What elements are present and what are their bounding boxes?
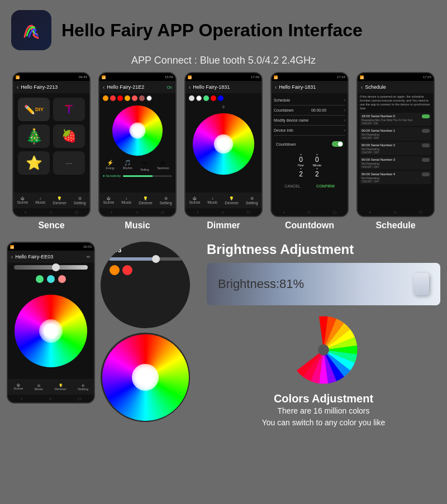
page-title: Hello Fairy APP Operation Interface: [61, 20, 363, 41]
brightness-value: Brightness:81%: [218, 277, 304, 291]
header: Hello Fairy APP Operation Interface: [0, 0, 447, 55]
schedule-phone-wrapper: 📶17:25 ‹ Schedule If the device is power…: [354, 72, 437, 231]
scene-navbar: ‹○□: [13, 208, 89, 216]
countdown-phone-wrapper: 📶17:34 ‹ Hello Fairy-1831 Schedule› Coun…: [268, 72, 351, 231]
schedule-item-1[interactable]: 00:00 Serial Number:1 Not Repeating ON/O…: [360, 127, 431, 141]
dimmer-phone-header: ‹ Hello Fairy-1831: [186, 81, 261, 93]
large-phone-content: [8, 263, 94, 379]
color-fan: [284, 311, 363, 389]
music-mode-row: ⚡Energy 🎵Rhythm 〜Rolling ◎Spectrum: [99, 158, 175, 173]
bottom-right: Brightness Adjustment Brightness:81%: [207, 242, 440, 429]
dimmer-back-icon[interactable]: ‹: [189, 84, 191, 90]
schedule-back-icon[interactable]: ‹: [361, 84, 363, 90]
scene-phone-header: ‹ Hello Fairy-2213: [13, 81, 89, 93]
music-phone-wrapper: 📶15:56 ‹ Hello Fairy-21E2 On: [96, 72, 179, 231]
schedule-label: Schedule: [375, 220, 415, 231]
colors-line2: You can switch to any color you like: [262, 417, 386, 429]
edit-icon[interactable]: ✏: [87, 255, 91, 260]
music-content: ⚡Energy 🎵Rhythm 〜Rolling ◎Spectrum ● Sen…: [99, 93, 175, 193]
sensitivity-row: ● Sensitivity: [99, 173, 175, 179]
dimmer-color-wheel: [186, 111, 261, 177]
countdown-toggle[interactable]: [332, 141, 343, 147]
music-navbar: ‹○□: [99, 208, 175, 216]
dimmer-color-dots: [186, 93, 261, 103]
large-phone: 📶16:43 ‹ Hello Fairy-EE03 ✏: [7, 242, 95, 404]
scene-content: ✏️ DIY T 🎄 🍓 ⭐ ···: [13, 93, 89, 193]
dimmer-phone: 📶17:26 ‹ Hello Fairy-1831 +: [184, 72, 263, 217]
brightness-handle[interactable]: [413, 273, 429, 295]
colors-text: Colors Adjustment There are 16 million c…: [262, 392, 386, 429]
diy-item[interactable]: ✏️ DIY: [18, 98, 50, 121]
app-logo: [11, 10, 51, 50]
schedule-navbar: ‹○□: [358, 208, 434, 216]
brightness-bar[interactable]: Brightness:81%: [207, 263, 440, 305]
music-color-wheel: [99, 103, 175, 158]
star-item[interactable]: ⭐: [18, 151, 50, 175]
large-phone-wrapper: 📶16:43 ‹ Hello Fairy-EE03 ✏: [7, 242, 95, 429]
scene-phone: 📶09:45 ‹ Hello Fairy-2213 ✏️ DIY T 🎄: [12, 72, 91, 217]
time-picker: ▲ 0 Hour ▼ 2 ▲ 0 Minute ▼ 2: [274, 150, 345, 180]
schedule-item-3[interactable]: 00:00 Serial Number:3 Not Repeating ON/O…: [360, 156, 431, 170]
scene-label: Sence: [38, 220, 64, 231]
large-navbar: ‹○□: [8, 395, 94, 402]
schedule-phone: 📶17:25 ‹ Schedule If the device is power…: [356, 72, 435, 217]
large-phone-header: ‹ Hello Fairy-EE03 ✏: [8, 251, 94, 263]
countdown-statusbar: 📶17:34: [272, 73, 348, 81]
scene-statusbar: 📶09:45: [13, 73, 89, 81]
bottom-section: 📶16:43 ‹ Hello Fairy-EE03 ✏: [0, 235, 447, 429]
text-item[interactable]: T: [53, 98, 85, 121]
zoom-top-circle: EE03 ✏: [101, 242, 190, 328]
dimmer-phone-wrapper: 📶17:26 ‹ Hello Fairy-1831 +: [182, 72, 265, 231]
dimmer-content: +: [186, 93, 261, 193]
tree-item[interactable]: 🎄: [18, 124, 50, 148]
scene-footer: ⏻Scene ♪Music 💡Dimmer ⚙Setting: [13, 193, 89, 208]
add-btn[interactable]: +: [186, 103, 261, 111]
schedule-item-2[interactable]: 00:00 Serial Number:2 Not Repeating ON/O…: [360, 142, 431, 155]
dimmer-label: Dimmer: [207, 220, 240, 231]
phones-row: 📶09:45 ‹ Hello Fairy-2213 ✏️ DIY T 🎄: [0, 72, 447, 231]
zoom-bottom-circle: [101, 333, 190, 422]
music-label: Music: [125, 220, 150, 231]
colors-section: Colors Adjustment There are 16 million c…: [207, 311, 440, 429]
cancel-button[interactable]: CANCEL: [284, 184, 300, 188]
music-color-dots: [99, 93, 175, 103]
schedule-statusbar: 📶17:25: [358, 73, 434, 81]
dimmer-navbar: ‹○□: [186, 208, 261, 216]
countdown-content: Schedule› Countdown00:00:00› Modify devi…: [272, 93, 348, 208]
colors-line1: There are 16 million colors: [262, 405, 386, 417]
brightness-section: Brightness Adjustment Brightness:81%: [207, 242, 440, 305]
large-back-icon[interactable]: ‹: [11, 254, 13, 260]
colors-title: Colors Adjustment: [262, 392, 386, 405]
dimmer-footer: ⏻Scene ♪Music 💡Dimmer ⚙Setting: [186, 193, 261, 208]
music-phone-header: ‹ Hello Fairy-21E2 On: [99, 81, 175, 93]
large-phone-footer: ⏻Scene ⊞Music 💡Dimmer ⚙Setting: [8, 379, 94, 395]
music-back-icon[interactable]: ‹: [103, 84, 104, 90]
strawberry-item[interactable]: 🍓: [53, 124, 85, 148]
schedule-item-0[interactable]: 18:00 Serial Number:0 Repeating Mon Tue …: [360, 113, 431, 126]
svg-point-0: [318, 344, 329, 356]
schedule-desc: If the device is powered on again, the s…: [360, 95, 431, 111]
dimmer-statusbar: 📶17:26: [186, 73, 261, 81]
back-icon[interactable]: ‹: [17, 84, 18, 90]
header-subtitle: APP Connect : Blue tooth 5.0/4.2 2.4GHz: [0, 55, 447, 72]
schedule-content: If the device is powered on again, the s…: [358, 93, 434, 208]
countdown-back-icon[interactable]: ‹: [275, 84, 277, 90]
countdown-label: Countdown: [285, 220, 334, 231]
countdown-phone-header: ‹ Hello Fairy-1831: [272, 81, 348, 93]
schedule-phone-header: ‹ Schedule: [358, 81, 434, 93]
large-statusbar: 📶16:43: [8, 243, 94, 251]
zoom-edit-icon[interactable]: ✏: [181, 247, 186, 253]
zoomed-views: EE03 ✏: [101, 242, 201, 429]
countdown-phone: 📶17:34 ‹ Hello Fairy-1831 Schedule› Coun…: [270, 72, 349, 217]
countdown-navbar: ‹○□: [272, 208, 348, 216]
music-footer: ⏻Scene ♪Music 💡Dimmer ⚙Setting: [99, 193, 175, 208]
music-statusbar: 📶15:56: [99, 73, 175, 81]
confirm-button[interactable]: CONFIRM: [316, 184, 335, 188]
schedule-item-4[interactable]: 00:00 Serial Number:4 Not Repeating ON/O…: [360, 171, 431, 184]
scene-phone-wrapper: 📶09:45 ‹ Hello Fairy-2213 ✏️ DIY T 🎄: [10, 72, 93, 231]
music-phone: 📶15:56 ‹ Hello Fairy-21E2 On: [98, 72, 177, 217]
more-item[interactable]: ···: [53, 151, 85, 175]
confirm-row: CANCEL CONFIRM: [274, 181, 345, 191]
brightness-title: Brightness Adjustment: [207, 242, 440, 257]
